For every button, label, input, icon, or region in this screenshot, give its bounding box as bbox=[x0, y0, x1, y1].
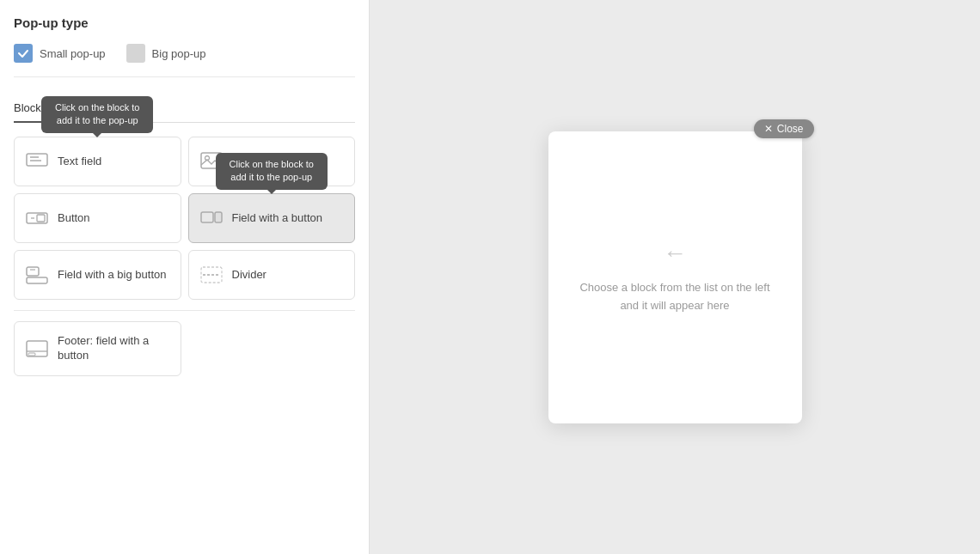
svg-rect-11 bbox=[27, 277, 47, 283]
svg-rect-17 bbox=[28, 353, 35, 356]
svg-rect-3 bbox=[201, 153, 222, 168]
preview-hint-line2: and it will appear here bbox=[620, 299, 729, 312]
big-popup-option[interactable]: Big pop-up bbox=[126, 44, 206, 63]
tab-blocks[interactable]: Blocks bbox=[14, 94, 46, 123]
small-popup-checkbox[interactable] bbox=[14, 44, 33, 63]
right-panel: ✕ Close ← Choose a block from the list o… bbox=[370, 0, 980, 554]
tab-popup-settings[interactable]: Pop-up settings bbox=[64, 94, 141, 123]
close-button[interactable]: ✕ Close bbox=[754, 119, 814, 138]
block-footer-field-button[interactable]: Footer: field with a button bbox=[14, 321, 181, 376]
block-image-label: Image bbox=[232, 155, 263, 169]
svg-rect-8 bbox=[201, 212, 213, 222]
block-text-field[interactable]: Click on the block to add it to the pop-… bbox=[14, 137, 181, 186]
block-field-big-button[interactable]: Field with a big button bbox=[14, 250, 181, 300]
block-field-button-label: Field with a button bbox=[232, 211, 323, 226]
block-divider-label: Divider bbox=[232, 268, 266, 283]
svg-rect-7 bbox=[37, 215, 45, 222]
big-popup-label: Big pop-up bbox=[152, 47, 206, 60]
svg-rect-15 bbox=[27, 341, 47, 356]
popup-type-row: Small pop-up Big pop-up bbox=[14, 44, 355, 77]
text-icon bbox=[25, 149, 49, 174]
preview-hint-line1: Choose a block from the list on the left bbox=[579, 281, 769, 294]
small-popup-option[interactable]: Small pop-up bbox=[14, 44, 106, 63]
field-big-button-icon bbox=[25, 263, 49, 287]
block-divider[interactable]: Divider bbox=[188, 250, 356, 300]
blocks-grid: Click on the block to add it to the pop-… bbox=[14, 137, 355, 376]
block-button-label: Button bbox=[58, 211, 90, 226]
blocks-divider bbox=[14, 310, 355, 311]
svg-rect-10 bbox=[27, 267, 39, 276]
block-text-field-label: Text field bbox=[58, 155, 101, 169]
close-label: Close bbox=[777, 123, 804, 135]
big-popup-checkbox[interactable] bbox=[126, 44, 145, 63]
block-field-big-button-label: Field with a big button bbox=[58, 268, 166, 283]
popup-preview: ✕ Close ← Choose a block from the list o… bbox=[548, 131, 802, 423]
preview-hint: Choose a block from the list on the left… bbox=[579, 279, 769, 315]
svg-rect-9 bbox=[215, 212, 222, 222]
tabs-row: Blocks Pop-up settings bbox=[14, 94, 355, 123]
block-field-with-button[interactable]: Click on the block to add it to the pop-… bbox=[188, 193, 356, 243]
field-button-icon bbox=[199, 206, 224, 230]
left-panel: Pop-up type Small pop-up Big pop-up Bloc… bbox=[0, 0, 370, 554]
svg-rect-0 bbox=[27, 154, 47, 166]
block-button[interactable]: Button bbox=[14, 193, 181, 243]
block-image[interactable]: Image bbox=[188, 137, 356, 186]
image-icon bbox=[199, 149, 224, 174]
button-icon bbox=[25, 206, 49, 230]
close-x: ✕ bbox=[764, 123, 773, 135]
footer-icon bbox=[25, 337, 49, 361]
small-popup-label: Small pop-up bbox=[40, 47, 106, 60]
section-title: Pop-up type bbox=[14, 15, 355, 30]
divider-icon bbox=[199, 263, 224, 287]
block-footer-label: Footer: field with a button bbox=[58, 334, 170, 363]
preview-arrow: ← bbox=[663, 240, 687, 267]
